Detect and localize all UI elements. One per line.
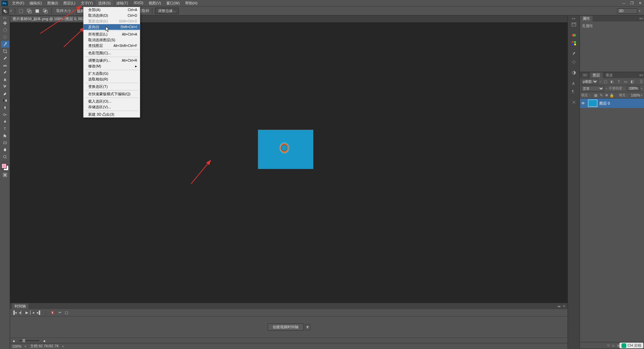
opacity-input[interactable]: 100% xyxy=(627,86,640,91)
audio-mute-icon[interactable]: 🔇 xyxy=(50,310,55,315)
history-brush-tool[interactable] xyxy=(1,83,9,90)
layer-style-icon[interactable]: fx xyxy=(612,344,615,348)
menu-item-在快速蒙版模式下编辑(Q)[interactable]: 在快速蒙版模式下编辑(Q) xyxy=(84,91,140,97)
create-timeline-dropdown[interactable]: ▾ xyxy=(305,324,310,330)
lock-all-icon[interactable]: 🔒 xyxy=(609,93,614,98)
minimize-button[interactable]: ─ xyxy=(620,0,628,6)
menu-图像(I)[interactable]: 图像(I) xyxy=(45,0,61,6)
tab-layers[interactable]: 图层 xyxy=(590,72,603,78)
menu-图层(L)[interactable]: 图层(L) xyxy=(61,0,78,6)
styles-icon[interactable] xyxy=(570,58,578,66)
blend-mode-select[interactable]: 正常 xyxy=(581,86,604,91)
menu-选择(S)[interactable]: 选择(S) xyxy=(96,0,113,6)
color-icon[interactable] xyxy=(570,32,578,39)
tool-presets-icon[interactable] xyxy=(570,99,578,106)
adjustments-icon[interactable] xyxy=(570,69,578,76)
panel-menu-icon[interactable]: ▾≡ xyxy=(639,73,644,77)
swatches-icon[interactable] xyxy=(570,40,578,47)
canvas[interactable] xyxy=(258,130,313,169)
paragraph-icon[interactable]: ¶ xyxy=(570,88,578,95)
menu-文件(F)[interactable]: 文件(F) xyxy=(9,0,27,6)
filter-smart-icon[interactable]: ◧ xyxy=(630,79,635,84)
filter-shape-icon[interactable]: ▭ xyxy=(623,79,628,84)
filter-type-icon[interactable]: T xyxy=(616,79,622,84)
current-tool-icon[interactable] xyxy=(2,8,9,14)
eyedropper-tool[interactable] xyxy=(1,55,9,62)
blur-tool[interactable] xyxy=(1,104,9,111)
history-icon[interactable] xyxy=(570,21,578,28)
visibility-icon[interactable]: 👁 xyxy=(581,101,586,105)
rectangle-tool[interactable] xyxy=(1,139,9,146)
hand-tool[interactable] xyxy=(1,147,9,153)
panel-menu-icon[interactable]: ▾≡ xyxy=(639,16,644,21)
menu-滤镜(T)[interactable]: 滤镜(T) xyxy=(113,0,131,6)
add-selection-icon[interactable] xyxy=(26,8,33,14)
workspace-select[interactable]: 3D xyxy=(617,8,637,14)
create-video-timeline-button[interactable]: 创建视频时间轴 xyxy=(268,324,304,331)
menu-item-反向(I)[interactable]: 反向(I)Shift+Ctrl+I xyxy=(84,24,140,30)
filter-toggle[interactable] xyxy=(640,79,643,83)
transition-icon[interactable]: ▢ xyxy=(65,310,68,315)
split-icon[interactable]: ✂ xyxy=(58,310,61,315)
menu-item-扩大选取(G)[interactable]: 扩大选取(G) xyxy=(84,71,140,76)
new-selection-icon[interactable] xyxy=(18,8,24,14)
menu-3D(D)[interactable]: 3D(D) xyxy=(131,0,146,6)
path-selection-tool[interactable] xyxy=(1,132,9,139)
menu-视图(V)[interactable]: 视图(V) xyxy=(146,0,164,6)
filter-type-select[interactable]: ρ类型 xyxy=(581,79,598,84)
zoom-level[interactable]: 100% xyxy=(12,344,21,348)
zoom-tool[interactable] xyxy=(1,154,9,160)
quick-mask-icon[interactable] xyxy=(1,172,9,178)
filter-pixel-icon[interactable]: ▢ xyxy=(603,79,608,84)
menu-编辑(E)[interactable]: 编辑(E) xyxy=(27,0,45,6)
menu-item-取消选择图层(S)[interactable]: 取消选择图层(S) xyxy=(84,37,140,43)
clone-stamp-tool[interactable] xyxy=(1,76,9,83)
close-panel-icon[interactable]: ✕ xyxy=(562,304,566,308)
refine-edge-button[interactable]: 调整边缘... xyxy=(155,8,179,14)
crop-tool[interactable] xyxy=(1,48,9,55)
prev-frame-icon[interactable]: ◂▏ xyxy=(19,310,23,315)
lock-pixels-icon[interactable]: ✎ xyxy=(599,93,603,98)
pen-tool[interactable] xyxy=(1,118,9,125)
timeline-zoom-in-icon[interactable]: ▲ xyxy=(43,339,46,343)
link-layers-icon[interactable]: ⟲ xyxy=(607,343,610,348)
eraser-tool[interactable] xyxy=(1,90,9,97)
play-icon[interactable]: ▶ xyxy=(25,310,28,315)
lock-transparency-icon[interactable]: ▦ xyxy=(593,93,598,98)
marquee-tool[interactable] xyxy=(1,27,9,34)
lasso-tool[interactable] xyxy=(1,34,9,41)
menu-item-修改(M)[interactable]: 修改(M)▸ xyxy=(84,63,140,69)
last-frame-icon[interactable]: ▸▌ xyxy=(37,310,42,315)
document-tab[interactable]: 图片素材03_副本.png @ 100% (图层 0, RGB/8) * xyxy=(10,16,84,22)
intersect-selection-icon[interactable] xyxy=(42,8,49,14)
layer-item[interactable]: 👁 图层 0 xyxy=(580,99,644,108)
type-tool[interactable]: T xyxy=(1,125,9,132)
brush-tool[interactable] xyxy=(1,69,9,76)
gradient-tool[interactable] xyxy=(1,97,9,104)
magic-wand-tool[interactable] xyxy=(1,41,9,48)
lock-position-icon[interactable]: ✥ xyxy=(604,93,609,98)
menu-item-查找图层[interactable]: 查找图层Alt+Shift+Ctrl+F xyxy=(84,43,140,49)
tab-channels[interactable]: 通道 xyxy=(603,72,615,78)
menu-item-全部(A)[interactable]: 全部(A)Ctrl+A xyxy=(84,7,140,13)
collapse-icon[interactable]: ◂▸ xyxy=(557,304,561,308)
maximize-button[interactable]: ❐ xyxy=(628,0,636,6)
move-tool[interactable] xyxy=(1,20,9,26)
menu-窗口(W)[interactable]: 窗口(W) xyxy=(164,0,182,6)
layer-name[interactable]: 图层 0 xyxy=(599,101,610,106)
menu-item-所有图层(L)[interactable]: 所有图层(L)Alt+Ctrl+A xyxy=(84,32,140,37)
layer-thumbnail[interactable] xyxy=(588,100,597,107)
properties-tab[interactable]: 属性 xyxy=(580,16,593,21)
foreground-background-color[interactable] xyxy=(1,163,9,171)
menu-item-取消选择(D)[interactable]: 取消选择(D)Ctrl+D xyxy=(84,13,140,18)
menu-item-选取相似(R)[interactable]: 选取相似(R) xyxy=(84,76,140,82)
subtract-selection-icon[interactable] xyxy=(34,8,41,14)
menu-帮助(H)[interactable]: 帮助(H) xyxy=(182,0,200,6)
menu-item-存储选区(V)...[interactable]: 存储选区(V)... xyxy=(84,104,140,110)
dodge-tool[interactable] xyxy=(1,111,9,118)
filter-adjust-icon[interactable]: ◐ xyxy=(609,79,615,84)
menu-文字(Y)[interactable]: 文字(Y) xyxy=(78,0,96,6)
menu-item-调整边缘(F)...[interactable]: 调整边缘(F)...Alt+Ctrl+R xyxy=(84,58,140,63)
character-icon[interactable]: A xyxy=(570,80,578,87)
next-frame-icon[interactable]: ▏▸ xyxy=(30,310,35,315)
